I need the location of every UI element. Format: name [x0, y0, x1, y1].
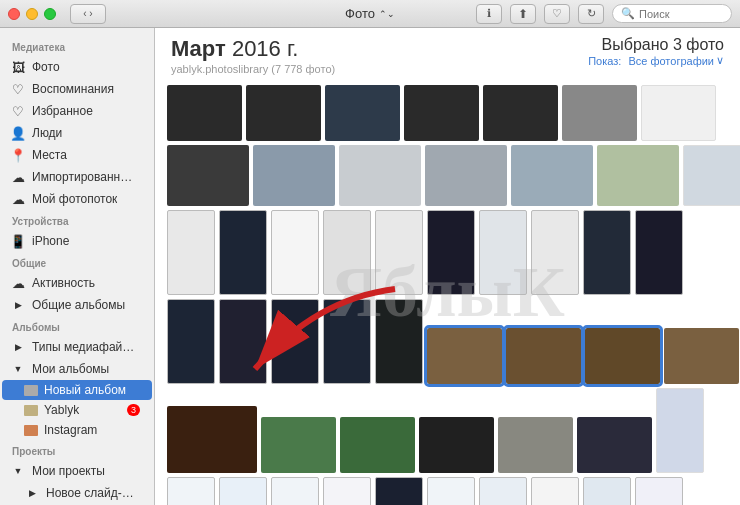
photo-thumb[interactable] — [597, 145, 679, 206]
photo-thumb[interactable] — [339, 145, 421, 206]
photo-thumb[interactable] — [375, 477, 423, 505]
photo-thumb[interactable] — [323, 299, 371, 384]
maximize-button[interactable] — [44, 8, 56, 20]
photo-thumb-hand[interactable] — [498, 417, 573, 473]
share-button[interactable]: ⬆ — [510, 4, 536, 24]
imported-icon: ☁ — [10, 169, 26, 185]
favorites-icon: ♡ — [10, 103, 26, 119]
photo-thumb[interactable] — [167, 477, 215, 505]
heart-button[interactable]: ♡ — [544, 4, 570, 24]
photo-thumb[interactable] — [246, 85, 321, 141]
content-header: Март 2016 г. yablyk.photoslibrary (7 778… — [155, 28, 740, 79]
activity-icon: ☁ — [10, 275, 26, 291]
sidebar: Медиатека 🖼 Фото ♡ Воспоминания ♡ Избран… — [0, 28, 155, 505]
sidebar-item-photostream[interactable]: ☁ Мой фотопоток — [2, 188, 152, 210]
back-button[interactable]: ‹ › — [70, 4, 106, 24]
photo-thumb[interactable] — [219, 210, 267, 295]
photo-grid[interactable]: ЯблыК — [155, 79, 740, 505]
photo-thumb-cat-1[interactable] — [427, 328, 502, 384]
photo-thumb[interactable] — [271, 299, 319, 384]
info-button[interactable]: ℹ — [476, 4, 502, 24]
photo-thumb[interactable] — [404, 85, 479, 141]
sidebar-item-foto[interactable]: 🖼 Фото — [2, 56, 152, 78]
photo-thumb-stadium-1[interactable] — [167, 406, 257, 473]
photo-thumb-cat-2[interactable] — [506, 328, 581, 384]
photo-thumb[interactable] — [375, 210, 423, 295]
photo-thumb-dark-1[interactable] — [419, 417, 494, 473]
sidebar-item-imported[interactable]: ☁ Импортированные о... — [2, 166, 152, 188]
sidebar-item-my-albums[interactable]: ▼ Мои альбомы — [2, 358, 152, 380]
rotate-button[interactable]: ↻ — [578, 4, 604, 24]
new-album-icon — [24, 385, 38, 396]
photo-thumb[interactable] — [479, 477, 527, 505]
sidebar-item-memories[interactable]: ♡ Воспоминания — [2, 78, 152, 100]
photo-thumb[interactable] — [635, 477, 683, 505]
minimize-button[interactable] — [26, 8, 38, 20]
search-input[interactable] — [639, 8, 729, 20]
photo-thumb[interactable] — [427, 477, 475, 505]
sidebar-item-my-projects[interactable]: ▼ Мои проекты — [2, 460, 152, 482]
info-icon: ℹ — [487, 7, 491, 20]
photo-thumb[interactable] — [511, 145, 593, 206]
photo-row-4 — [167, 299, 728, 384]
photo-thumb-dark-2[interactable] — [577, 417, 652, 473]
photo-thumb[interactable] — [167, 145, 249, 206]
photo-thumb[interactable] — [271, 210, 319, 295]
photo-thumb[interactable] — [427, 210, 475, 295]
photo-thumb[interactable] — [375, 299, 423, 384]
sidebar-section-devices: Устройства — [0, 210, 154, 230]
sidebar-section-projects: Проекты — [0, 440, 154, 460]
sidebar-item-new-slideshow[interactable]: ▶ Новое слайд-шоу — [2, 482, 152, 504]
sidebar-item-instagram[interactable]: Instagram — [2, 420, 152, 440]
sidebar-item-yablyk[interactable]: Yablyk 3 — [2, 400, 152, 420]
photo-thumb[interactable] — [562, 85, 637, 141]
yablyk-album-icon — [24, 405, 38, 416]
photo-thumb[interactable] — [323, 210, 371, 295]
sidebar-item-activity[interactable]: ☁ Активность — [2, 272, 152, 294]
photo-thumb[interactable] — [325, 85, 400, 141]
photo-thumb[interactable] — [253, 145, 335, 206]
people-icon: 👤 — [10, 125, 26, 141]
photo-thumb[interactable] — [271, 477, 319, 505]
photo-thumb-stadium-3[interactable] — [340, 417, 415, 473]
photo-thumb[interactable] — [583, 477, 631, 505]
photo-thumb[interactable] — [167, 85, 242, 141]
photo-thumb[interactable] — [167, 299, 215, 384]
sidebar-item-places[interactable]: 📍 Места — [2, 144, 152, 166]
content-right-header: Выбрано 3 фото Показ: Все фотографии∨ — [588, 36, 724, 67]
sidebar-section-shared: Общие — [0, 252, 154, 272]
photo-thumb[interactable] — [583, 210, 631, 295]
search-box[interactable]: 🔍 — [612, 4, 732, 23]
photo-thumb[interactable] — [167, 210, 215, 295]
photo-thumb[interactable] — [683, 145, 740, 206]
show-filter[interactable]: Показ: Все фотографии∨ — [588, 54, 724, 67]
photo-thumb[interactable] — [425, 145, 507, 206]
sidebar-item-iphone[interactable]: 📱 iPhone — [2, 230, 152, 252]
titlebar-center: Фото ⌃⌄ — [345, 6, 395, 21]
photo-thumb-cat-3[interactable] — [585, 328, 660, 384]
photo-thumb[interactable] — [483, 85, 558, 141]
photo-thumb-light[interactable] — [656, 388, 704, 473]
photo-thumb[interactable] — [635, 210, 683, 295]
photo-thumb-cat-4[interactable] — [664, 328, 739, 384]
sidebar-item-new-album[interactable]: Новый альбом — [2, 380, 152, 400]
photo-thumb[interactable] — [219, 477, 267, 505]
sidebar-item-media-types[interactable]: ▶ Типы медиафайлов — [2, 336, 152, 358]
sidebar-item-shared-albums[interactable]: ▶ Общие альбомы — [2, 294, 152, 316]
close-button[interactable] — [8, 8, 20, 20]
content-area: Март 2016 г. yablyk.photoslibrary (7 778… — [155, 28, 740, 505]
photo-thumb-stadium-2[interactable] — [261, 417, 336, 473]
sidebar-item-favorites[interactable]: ♡ Избранное — [2, 100, 152, 122]
sidebar-section-library: Медиатека — [0, 36, 154, 56]
photo-thumb[interactable] — [641, 85, 716, 141]
sidebar-section-albums: Альбомы — [0, 316, 154, 336]
app-title-dropdown[interactable]: Фото ⌃⌄ — [345, 6, 395, 21]
filter-value: Все фотографии — [628, 55, 714, 67]
photo-thumb[interactable] — [479, 210, 527, 295]
sidebar-item-people[interactable]: 👤 Люди — [2, 122, 152, 144]
photo-thumb[interactable] — [531, 210, 579, 295]
my-projects-icon: ▼ — [10, 463, 26, 479]
photo-thumb[interactable] — [531, 477, 579, 505]
photo-thumb[interactable] — [219, 299, 267, 384]
photo-thumb[interactable] — [323, 477, 371, 505]
